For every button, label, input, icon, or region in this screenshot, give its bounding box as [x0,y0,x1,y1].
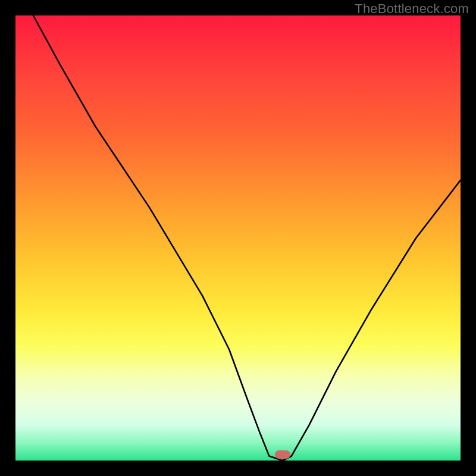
plot-area [15,15,461,461]
curve-path [33,15,461,461]
minimum-marker [275,450,290,459]
curve-svg [15,15,461,461]
watermark-text: TheBottleneck.com [355,1,469,17]
chart-frame: TheBottleneck.com [0,0,476,476]
